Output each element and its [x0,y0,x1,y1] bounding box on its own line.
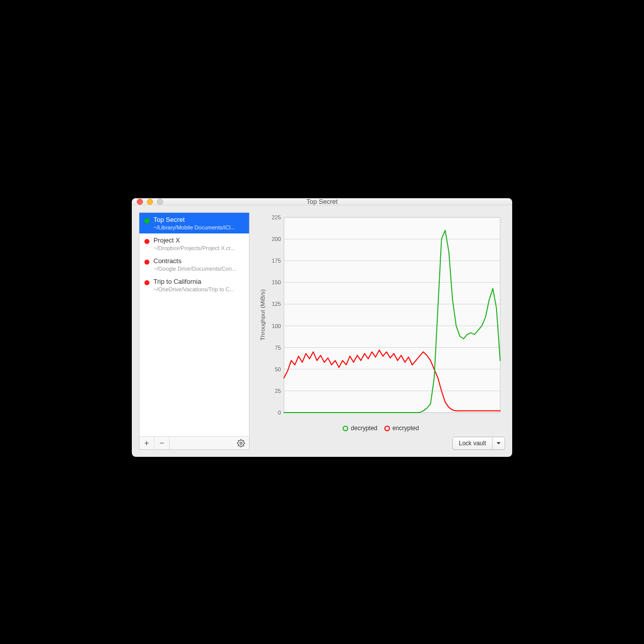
svg-text:175: 175 [272,258,281,264]
vault-path: ~/OneDrive/Vacations/Trip to C... [153,286,245,292]
circle-icon [343,426,348,431]
vault-list: Top Secret~/Library/Mobile Documents/iCl… [139,213,249,436]
lock-vault-button[interactable]: Lock vault [453,437,493,449]
svg-text:100: 100 [272,323,281,329]
status-locked-icon [144,260,149,265]
svg-text:125: 125 [272,301,281,307]
action-bar: Lock vault [257,437,505,450]
app-window: Top Secret Top Secret~/Library/Mobile Do… [132,198,512,457]
svg-text:225: 225 [272,214,281,220]
vault-sidebar: Top Secret~/Library/Mobile Documents/iCl… [139,212,250,450]
circle-icon [384,426,390,431]
svg-text:0: 0 [278,410,281,416]
window-title: Top Secret [132,198,512,205]
svg-point-0 [240,442,242,444]
add-vault-button[interactable]: + [139,437,154,449]
chevron-down-icon [496,441,501,446]
legend-decrypted-label: decrypted [351,425,377,432]
vault-path: ~/Dropbox/Projects/Project X.cr... [153,245,245,251]
vault-path: ~/Library/Mobile Documents/iCl... [153,224,245,230]
status-locked-icon [144,239,149,244]
svg-rect-1 [284,217,500,413]
vault-row[interactable]: Top Secret~/Library/Mobile Documents/iCl… [139,213,249,233]
vault-title: Contracts [153,257,245,265]
lock-vault-menu-button[interactable] [493,437,505,449]
titlebar: Top Secret [132,198,512,205]
legend-decrypted: decrypted [343,425,377,432]
lock-vault-split-button: Lock vault [452,437,505,450]
vault-title: Project X [153,236,245,244]
svg-text:75: 75 [275,345,281,351]
status-locked-icon [144,280,149,285]
svg-text:Throughput (MiB/s): Throughput (MiB/s) [259,289,266,341]
status-unlocked-icon [144,218,149,223]
vault-row[interactable]: Project X~/Dropbox/Projects/Project X.cr… [139,233,249,254]
sidebar-toolbar: + − [139,436,249,449]
svg-text:50: 50 [275,366,281,372]
svg-text:200: 200 [272,236,281,242]
vault-title: Top Secret [153,216,245,223]
vault-title: Trip to California [153,278,245,285]
vault-row[interactable]: Trip to California~/OneDrive/Vacations/T… [139,275,249,295]
throughput-chart: 0255075100125150175200225Throughput (MiB… [257,212,505,423]
svg-text:25: 25 [275,388,281,394]
vault-row[interactable]: Contracts~/Google Drive/Documents/Con... [139,254,249,275]
main-panel: 0255075100125150175200225Throughput (MiB… [257,212,505,450]
chart-legend: decrypted encrypted [257,423,505,437]
window-body: Top Secret~/Library/Mobile Documents/iCl… [132,205,512,457]
svg-text:150: 150 [272,279,281,285]
legend-encrypted-label: encrypted [392,425,419,432]
remove-vault-button[interactable]: − [154,437,170,449]
vault-path: ~/Google Drive/Documents/Con... [153,266,245,272]
legend-encrypted: encrypted [384,425,419,432]
settings-button[interactable] [233,437,249,449]
gear-icon [237,439,245,447]
